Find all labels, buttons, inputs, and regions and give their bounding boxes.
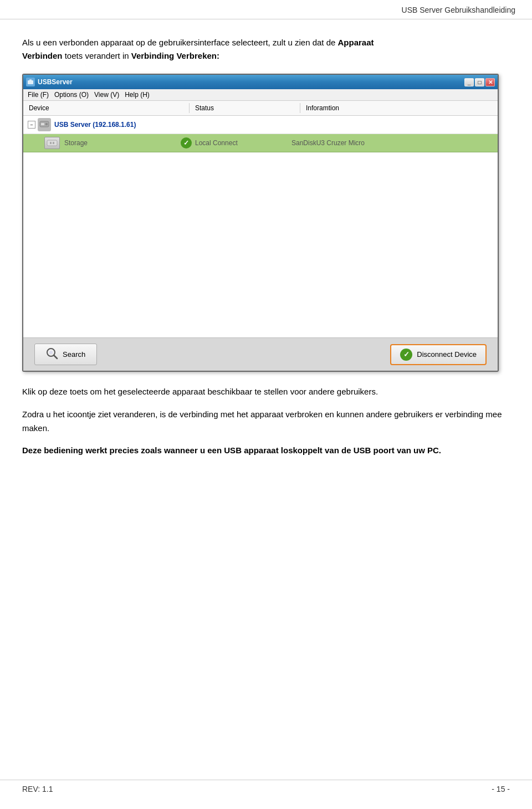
server-label: USB Server (192.168.1.61)	[54, 121, 136, 129]
minimize-button[interactable]: _	[464, 78, 474, 86]
device-list: − USB Server (192.168.1.61)	[23, 116, 498, 337]
svg-rect-1	[29, 79, 32, 81]
device-status-cell: ✓ Local Connect	[181, 137, 291, 149]
col-device-header: Device	[23, 103, 190, 113]
intro-paragraph: Als u een verbonden apparaat op de gebru…	[22, 36, 510, 63]
paragraph-1-text: Klik op deze toets om het geselecteerde …	[22, 387, 378, 396]
search-button[interactable]: Search	[34, 344, 97, 365]
menu-help[interactable]: Help (H)	[125, 91, 150, 99]
server-icon	[38, 118, 51, 131]
status-checkmark-icon: ✓	[181, 137, 192, 149]
page-number: - 15 -	[492, 785, 510, 793]
paragraph-3: Deze bediening werkt precies zoals wanne…	[22, 444, 510, 458]
paragraph-2-text: Zodra u het icoontje ziet veranderen, is…	[22, 409, 502, 433]
maximize-button[interactable]: □	[475, 78, 484, 86]
column-headers: Device Status Inforamtion	[23, 101, 498, 116]
search-icon	[46, 347, 58, 361]
menu-view[interactable]: View (V)	[94, 91, 119, 99]
svg-point-4	[45, 123, 48, 125]
search-button-label: Search	[63, 350, 85, 359]
disconnect-button-label: Disconnect Device	[417, 350, 477, 359]
svg-line-9	[54, 355, 57, 359]
svg-point-10	[49, 351, 53, 354]
server-row: − USB Server (192.168.1.61)	[23, 116, 498, 134]
page-header: USB Server Gebruikshandleiding	[0, 0, 532, 19]
window-title-bar: USBServer _ □ ✕	[23, 75, 498, 89]
menu-options[interactable]: Options (O)	[54, 91, 89, 99]
usb-device-icon	[44, 137, 60, 149]
window-controls: _ □ ✕	[464, 78, 495, 86]
connected-device-row[interactable]: Storage ✓ Local Connect SanDiskU3 Cruzer…	[23, 134, 498, 152]
menu-bar: File (F) Options (O) View (V) Help (H)	[23, 89, 498, 101]
paragraph-3-text: Deze bediening werkt precies zoals wanne…	[22, 446, 441, 455]
svg-rect-5	[47, 140, 57, 146]
window-toolbar: Search ✓ Disconnect Device	[23, 337, 498, 371]
col-status-header: Status	[190, 103, 300, 113]
main-content: Als u een verbonden apparaat op de gebru…	[0, 19, 532, 483]
svg-rect-6	[50, 142, 52, 144]
close-button[interactable]: ✕	[485, 78, 495, 86]
title-bar-left: USBServer	[26, 78, 73, 86]
col-info-header: Inforamtion	[300, 103, 498, 113]
device-name: Storage	[64, 139, 181, 147]
svg-rect-7	[53, 142, 54, 144]
svg-rect-3	[41, 123, 44, 125]
menu-file[interactable]: File (F)	[28, 91, 49, 99]
disconnect-button[interactable]: ✓ Disconnect Device	[390, 344, 487, 365]
disconnect-checkmark-icon: ✓	[400, 349, 412, 361]
paragraph-1: Klik op deze toets om het geselecteerde …	[22, 385, 510, 399]
device-status-label: Local Connect	[195, 139, 238, 147]
usb-server-window: USBServer _ □ ✕ File (F) Options (O) Vie…	[22, 74, 499, 372]
intro-text-part1: Als u een verbonden apparaat op de gebru…	[22, 38, 338, 47]
svg-rect-0	[28, 80, 33, 84]
intro-bold2: Verbinden	[22, 51, 63, 60]
device-empty-area	[23, 152, 498, 324]
intro-bold1: Apparaat	[338, 38, 374, 47]
intro-text-part2: toets verandert in	[63, 51, 131, 60]
paragraph-2: Zodra u het icoontje ziet veranderen, is…	[22, 408, 510, 436]
intro-bold3: Verbinding Verbreken:	[131, 51, 219, 60]
expand-button[interactable]: −	[28, 121, 35, 129]
window-app-icon	[26, 78, 35, 86]
revision-label: REV: 1.1	[22, 785, 53, 793]
device-info: SanDiskU3 Cruzer Micro	[291, 139, 493, 147]
document-title: USB Server Gebruikshandleiding	[402, 6, 515, 14]
window-title: USBServer	[38, 78, 73, 86]
page-footer: REV: 1.1 - 15 -	[0, 780, 532, 798]
